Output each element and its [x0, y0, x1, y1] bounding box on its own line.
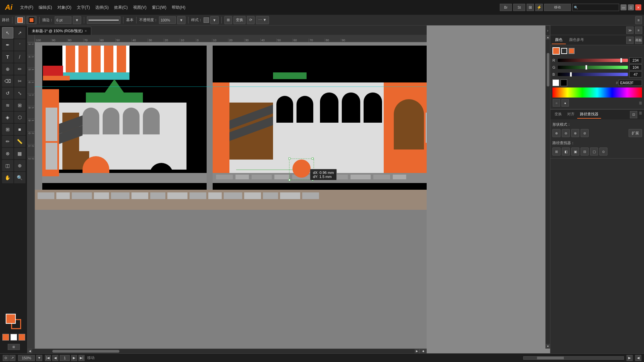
mesh-tool[interactable]: ⊞	[2, 124, 13, 135]
fill-swatch-main[interactable]	[552, 47, 560, 55]
opacity-input[interactable]	[159, 16, 176, 24]
r-slider-track[interactable]	[558, 59, 628, 62]
first-page-btn[interactable]: |◀	[45, 355, 51, 361]
artboard-left[interactable]	[42, 46, 207, 190]
stroke-style-select[interactable]	[87, 16, 120, 24]
align-tab[interactable]: 对齐	[565, 110, 577, 119]
auto-mode[interactable]: 移动	[544, 4, 571, 11]
st-button[interactable]: St	[513, 4, 525, 11]
scissors-tool[interactable]: ✂	[14, 75, 25, 87]
g-slider-thumb[interactable]	[585, 65, 587, 70]
color-ref-tab[interactable]: 颜色参考	[566, 36, 587, 44]
eraser-tool[interactable]: ⌫	[2, 75, 13, 87]
third-color[interactable]	[18, 334, 25, 341]
doc-tab-1[interactable]: 未标题-1* @ 150% (RGB/预览) ×	[28, 27, 91, 35]
next-page-btn[interactable]: ▶	[71, 355, 77, 361]
crop-icon[interactable]: ⊟	[581, 147, 589, 156]
scrollbar-vertical[interactable]: ▲ ▼	[545, 35, 550, 349]
b-slider-thumb[interactable]	[570, 72, 572, 77]
unite-icon[interactable]: ⊕	[552, 129, 560, 137]
pen-tool[interactable]: ✒	[2, 39, 13, 51]
bg-color[interactable]	[10, 334, 17, 341]
divide-icon[interactable]: ⊞	[552, 147, 560, 156]
minimize-button[interactable]: —	[621, 4, 627, 10]
type-tool[interactable]: T	[2, 51, 13, 63]
hand-tool[interactable]: ✋	[2, 172, 13, 183]
select-tool[interactable]: ↖	[2, 27, 13, 39]
puppet-warp-tool[interactable]: ◈	[2, 112, 13, 123]
menu-type[interactable]: 文字(T)	[74, 0, 93, 15]
br-button[interactable]: Br	[500, 4, 512, 11]
expand-button[interactable]: 扩展	[629, 129, 642, 137]
pathfinder-tab[interactable]: 路径查找器	[577, 110, 601, 119]
transform-btn[interactable]: 变换	[233, 16, 246, 24]
white-swatch-mini[interactable]	[552, 79, 559, 86]
panel-options-icon[interactable]: ≡	[635, 26, 642, 34]
scroll-track-v[interactable]	[547, 40, 549, 344]
scroll-down-arrow[interactable]: ▼	[546, 344, 550, 349]
panels-toggle[interactable]: ≡	[635, 16, 642, 24]
pencil-tool[interactable]: ✏	[14, 63, 25, 75]
spectrum-icon[interactable]: ≋	[626, 37, 634, 44]
stroke-swatch-main[interactable]	[561, 48, 567, 54]
maximize-button[interactable]: □	[628, 4, 634, 10]
layout-icon[interactable]: ⊞	[527, 4, 534, 11]
scroll-track-h[interactable]	[32, 350, 415, 353]
handle-bl[interactable]	[288, 179, 290, 181]
shape-builder-tool[interactable]: ⊕	[2, 63, 13, 75]
warp-tool[interactable]: ≋	[2, 100, 13, 111]
page-input[interactable]	[60, 355, 70, 361]
fill-color-btn[interactable]	[15, 16, 25, 24]
scroll-corner[interactable]: ◆	[419, 349, 427, 354]
trim-icon[interactable]: ◧	[562, 147, 570, 156]
minus-back-icon[interactable]: ⊙	[599, 147, 607, 156]
timeline-thumb[interactable]	[537, 357, 564, 359]
style-dropdown[interactable]: ▼	[210, 16, 219, 24]
doc-tab-close[interactable]: ×	[85, 29, 87, 33]
more-btn[interactable]: ⋯ ▼	[256, 16, 269, 24]
zoom-input[interactable]	[18, 355, 35, 361]
color-spectrum[interactable]	[552, 87, 642, 98]
color-tab[interactable]: 颜色	[552, 36, 566, 44]
zoom-view-tool[interactable]: 🔍	[14, 172, 25, 183]
stroke-input[interactable]	[55, 16, 71, 24]
stroke-down-btn[interactable]: ▼	[73, 16, 81, 24]
brush-icon[interactable]: ⚡	[535, 4, 543, 11]
measure-tool[interactable]: 📏	[14, 136, 25, 147]
curvature-tool[interactable]: ʻ	[14, 39, 25, 51]
b-slider-track[interactable]	[558, 73, 628, 76]
color-icon-2[interactable]: ●	[561, 99, 569, 107]
exclude-icon[interactable]: ⊘	[581, 129, 589, 137]
menu-object[interactable]: 对象(O)	[55, 0, 74, 15]
last-page-btn[interactable]: ▶|	[78, 355, 85, 361]
scroll-left-arrow[interactable]: ◀	[28, 349, 32, 354]
status-icon-2[interactable]: ↗	[9, 355, 15, 361]
chart-tool[interactable]: ▦	[14, 148, 25, 159]
orange-swatch[interactable]	[569, 48, 575, 54]
recolor-btn[interactable]: ⟳	[247, 16, 255, 24]
search-box[interactable]: 🔍	[572, 4, 619, 11]
status-icon-1[interactable]: ⊙	[3, 355, 9, 361]
direct-select-tool[interactable]: ↗	[14, 27, 25, 39]
artboard-right[interactable]: dX: 0.96 mm dY: 1.5 mm	[213, 46, 427, 190]
transform-tab[interactable]: 变换	[552, 110, 565, 119]
panel-icon[interactable]: 画板	[635, 37, 642, 44]
menu-edit[interactable]: 编辑(E)	[36, 0, 55, 15]
close-button[interactable]: ✕	[635, 4, 641, 10]
merge-icon[interactable]: ▣	[571, 147, 579, 156]
panel-expand-icon[interactable]: ≫	[626, 26, 634, 34]
minus-front-icon[interactable]: ⊖	[562, 129, 570, 137]
opacity-down-btn[interactable]: ▼	[177, 16, 185, 24]
style-swatch[interactable]	[204, 17, 209, 23]
blend-tool[interactable]: ⊗	[2, 148, 13, 159]
intersect-icon[interactable]: ⊗	[571, 129, 579, 137]
g-slider-track[interactable]	[558, 66, 628, 69]
scale-tool[interactable]: ⤡	[14, 87, 25, 99]
timeline-bar[interactable]	[523, 356, 624, 360]
menu-select[interactable]: 选择(S)	[93, 0, 111, 15]
fill-color-swatch[interactable]	[6, 314, 16, 324]
panel-expand-btn[interactable]: ⊡	[630, 111, 637, 118]
panel-menu-icon[interactable]: ☰	[638, 111, 643, 119]
line-tool[interactable]: /	[14, 51, 25, 63]
add-artboard-btn[interactable]: ⊞	[8, 344, 20, 350]
